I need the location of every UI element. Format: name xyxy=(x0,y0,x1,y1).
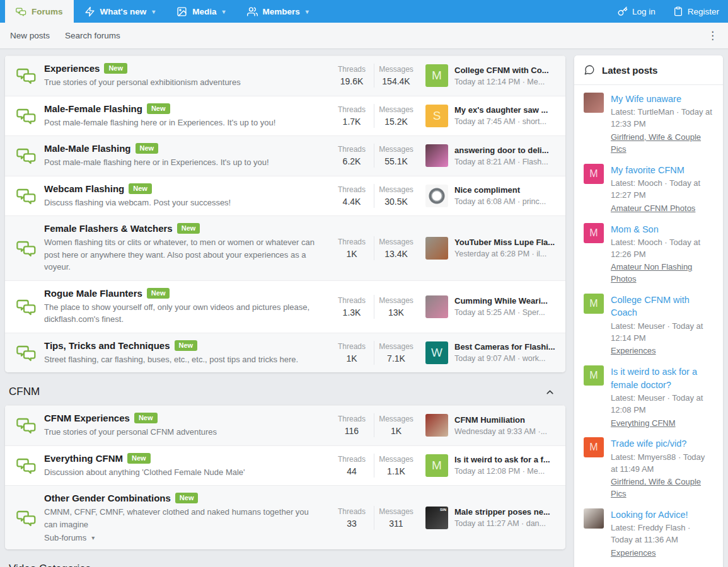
latest-post-item: M My favorite CFNM Latest: Mooch · Today… xyxy=(574,156,723,215)
latest-thread-link[interactable]: Male stripper poses ne... xyxy=(454,507,559,517)
forum-info: Other Gender Combinations New CMNM, CFNF… xyxy=(44,493,330,542)
caret-down-icon: ▾ xyxy=(91,534,95,541)
forum-title-link[interactable]: Other Gender Combinations xyxy=(44,493,171,503)
latest-posts-widget: Latest posts My Wife unaware Latest: Tur… xyxy=(574,55,723,567)
messages-stat: Messages 30.5K xyxy=(374,184,418,208)
thread-link[interactable]: Trade wife pic/vid? xyxy=(611,437,714,450)
tab-forums[interactable]: Forums xyxy=(5,0,74,23)
new-badge: New xyxy=(104,63,127,74)
avatar[interactable]: M xyxy=(584,365,604,386)
avatar[interactable]: M xyxy=(584,294,604,314)
forum-info: Webcam Flashing New Discuss flashing via… xyxy=(44,183,330,209)
thread-meta: Latest: TurtleMan · Today at 12:33 PM xyxy=(611,106,714,130)
comment-icon xyxy=(584,64,595,76)
forum-title-link[interactable]: Tips, Tricks and Techniques xyxy=(44,340,170,351)
thread-forum-link[interactable]: Amateur Non Flashing Photos xyxy=(611,261,714,285)
thread-link[interactable]: Is it weird to ask for a female doctor? xyxy=(611,365,714,391)
messages-label: Messages xyxy=(374,296,418,305)
messages-count: 1K xyxy=(374,426,418,436)
latest-post-item: M College CFNM with Coach Latest: Meuser… xyxy=(574,286,723,358)
thread-forum-link[interactable]: Experiences xyxy=(611,345,656,357)
thread-forum-link[interactable]: Girlfriend, Wife & Couple Pics xyxy=(611,476,714,500)
forum-info: Tips, Tricks and Techniques New Street f… xyxy=(44,340,330,366)
avatar[interactable] xyxy=(584,508,604,529)
avatar[interactable] xyxy=(425,414,448,437)
threads-stat: Threads 1K xyxy=(330,341,374,365)
latest-thread-link[interactable]: My ex's daughter saw ... xyxy=(454,105,559,115)
forum-title-link[interactable]: Male-Male Flashing xyxy=(44,143,131,154)
forum-title-link[interactable]: Everything CFNM xyxy=(44,453,123,464)
thread-link[interactable]: My Wife unaware xyxy=(611,93,714,105)
threads-label: Threads xyxy=(330,415,374,423)
avatar[interactable] xyxy=(425,295,448,318)
forum-title-link[interactable]: Male-Female Flashing xyxy=(44,103,142,114)
avatar[interactable]: SIN xyxy=(425,507,448,529)
latest-thread-link[interactable]: College CFNM with Co... xyxy=(454,66,559,75)
forum-title-link[interactable]: Webcam Flashing xyxy=(44,183,124,194)
collapse-section-button[interactable] xyxy=(545,387,555,398)
avatar[interactable] xyxy=(584,93,604,113)
avatar[interactable]: S xyxy=(425,105,448,127)
messages-stat: Messages 15.2K xyxy=(374,104,418,128)
latest-post-item-info: Looking for Advice! Latest: Freddy Flash… xyxy=(611,508,714,559)
forum-title-link[interactable]: Rogue Male Flaunters xyxy=(44,288,142,299)
tab-whats-new[interactable]: What's new ▾ xyxy=(74,0,166,23)
new-posts-link[interactable]: New posts xyxy=(10,31,50,40)
thread-forum-link[interactable]: Everything CFNM xyxy=(611,418,676,430)
forum-info: Rogue Male Flaunters New The place to sh… xyxy=(44,288,330,326)
threads-stat: Threads 116 xyxy=(330,413,374,437)
avatar[interactable]: M xyxy=(584,223,604,243)
caret-down-icon: ▾ xyxy=(152,8,155,15)
forum-card: CFNM Experiences New True stories of you… xyxy=(5,405,565,549)
sidebar: Latest posts My Wife unaware Latest: Tur… xyxy=(574,55,723,567)
forum-description: True stories of your personal CFNM adven… xyxy=(44,426,323,438)
thread-forum-link[interactable]: Experiences xyxy=(611,547,656,559)
avatar[interactable] xyxy=(425,144,448,167)
latest-thread-link[interactable]: Is it weird to ask for a f... xyxy=(454,455,559,464)
login-button[interactable]: Log in xyxy=(609,0,664,23)
more-options-icon[interactable]: ⋮ xyxy=(707,30,718,41)
avatar[interactable]: M xyxy=(584,437,604,457)
latest-thread-link[interactable]: answering door to deli... xyxy=(454,146,559,155)
section-header: Video Categories xyxy=(5,549,565,567)
latest-thread-link[interactable]: CFNM Humiliation xyxy=(454,415,559,425)
tab-media[interactable]: Media ▾ xyxy=(166,0,236,23)
avatar[interactable] xyxy=(425,185,448,207)
thread-link[interactable]: My favorite CFNM xyxy=(611,164,714,176)
register-button[interactable]: Register xyxy=(664,0,728,23)
latest-thread-link[interactable]: Best Cameras for Flashi... xyxy=(454,342,559,352)
forum-node-icon xyxy=(16,455,37,476)
thread-forum-link[interactable]: Girlfriend, Wife & Couple Pics xyxy=(611,132,714,156)
avatar[interactable] xyxy=(425,237,448,260)
thread-forum-link[interactable]: Amateur CFNM Photos xyxy=(611,203,695,215)
messages-label: Messages xyxy=(374,65,418,74)
avatar[interactable]: M xyxy=(425,454,448,477)
messages-count: 1.1K xyxy=(374,466,418,476)
latest-thread-link[interactable]: Nice compliment xyxy=(454,185,559,195)
caret-down-icon: ▾ xyxy=(306,8,309,15)
threads-stat: Threads 33 xyxy=(330,506,374,530)
thread-link[interactable]: Mom & Son xyxy=(611,223,714,236)
avatar[interactable]: M xyxy=(425,64,448,87)
latest-thread-link[interactable]: YouTuber Miss Lupe Fla... xyxy=(454,238,559,247)
collapse-section-button[interactable] xyxy=(545,564,555,567)
forum-stats: Threads 6.2K Messages 55.1K xyxy=(330,144,418,168)
register-label: Register xyxy=(688,7,719,16)
forum-title-link[interactable]: CFNM Experiences xyxy=(44,413,130,423)
thread-link[interactable]: College CFNM with Coach xyxy=(611,294,714,319)
forum-title-link[interactable]: Experiences xyxy=(44,63,100,74)
latest-post-info: Cumming While Weari... Today at 5:25 AM … xyxy=(454,296,559,317)
thread-link[interactable]: Looking for Advice! xyxy=(611,508,714,521)
search-forums-link[interactable]: Search forums xyxy=(65,31,120,40)
avatar[interactable]: M xyxy=(584,164,604,184)
subforums-toggle[interactable]: Sub-forums ▾ xyxy=(44,533,323,542)
latest-thread-link[interactable]: Cumming While Weari... xyxy=(454,296,559,306)
latest-post-info: Best Cameras for Flashi... Today at 9:07… xyxy=(454,342,559,363)
tab-members[interactable]: Members ▾ xyxy=(236,0,320,23)
latest-post: answering door to deli... Today at 8:21 … xyxy=(425,144,559,167)
secondary-navigation: New posts Search forums ⋮ xyxy=(0,23,728,49)
latest-post-meta: Today at 5:25 AM · Sper... xyxy=(454,308,559,317)
avatar[interactable]: W xyxy=(425,341,448,364)
thread-meta: Latest: Mmyers88 · Today at 11:49 AM xyxy=(611,452,714,476)
forum-title-link[interactable]: Female Flashers & Watchers xyxy=(44,223,173,234)
